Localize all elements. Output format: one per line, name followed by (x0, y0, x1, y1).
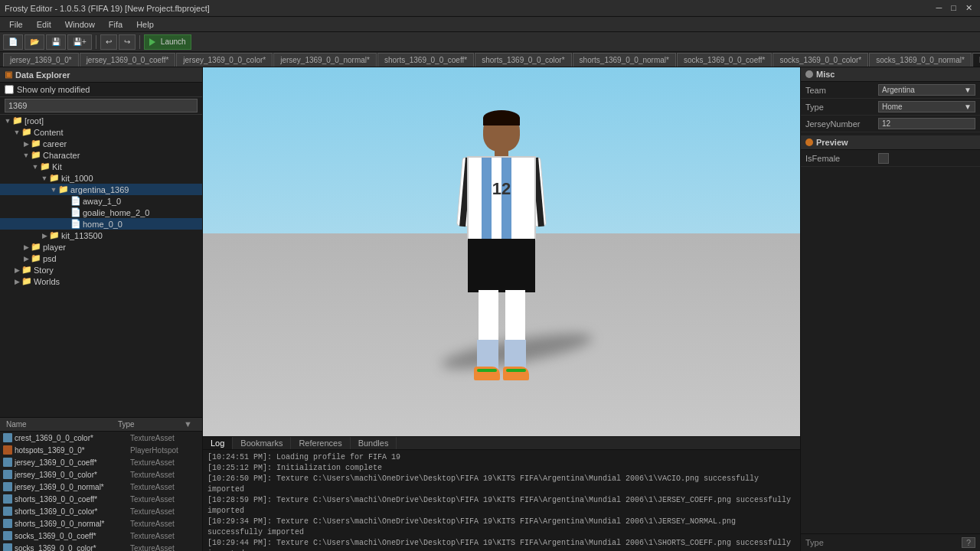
folder-icon-argentina1369: 📁 (58, 184, 69, 194)
player-shorts (468, 239, 535, 292)
tree-item-kit113500[interactable]: ▶ 📁 kit_113500 (0, 230, 202, 241)
explorer-options: Show only modified (0, 83, 202, 97)
menu-window[interactable]: Window (59, 18, 101, 31)
show-modified-checkbox[interactable] (5, 85, 14, 94)
launch-button[interactable]: Launch (144, 34, 191, 50)
asset-row-socks-coeff[interactable]: socks_1369_0_0_coeff* TextureAsset (0, 530, 202, 542)
tree-arrow-psd[interactable]: ▶ (21, 255, 31, 262)
tab-shorts-color[interactable]: shorts_1369_0_0_color* (475, 53, 571, 67)
tree-item-story[interactable]: ▶ 📁 Story (0, 264, 202, 276)
maximize-btn[interactable]: □ (948, 3, 959, 13)
tree-arrow-kit113500[interactable]: ▶ (40, 232, 49, 240)
tree-item-home00[interactable]: ▶ 📄 home_0_0 (0, 218, 202, 230)
tree-item-worlds[interactable]: ▶ 📁 Worlds (0, 276, 202, 287)
help-button[interactable]: ? (962, 537, 975, 548)
asset-row-crest[interactable]: crest_1369_0_0_color* TextureAsset (0, 432, 202, 444)
type-dropdown[interactable]: Home ▼ (878, 101, 975, 112)
type-section: Type ? (801, 533, 980, 551)
tree-label-content: Content (34, 128, 64, 137)
asset-row-shorts-coeff[interactable]: shorts_1369_0_0_coeff* TextureAsset (0, 493, 202, 505)
tree-arrow-character[interactable]: ▼ (21, 152, 31, 159)
tree-arrow-argentina1369[interactable]: ▼ (49, 186, 58, 194)
viewport[interactable]: 12 (203, 67, 800, 436)
tree-item-psd[interactable]: ▶ 📁 psd (0, 253, 202, 264)
tree-arrow-root[interactable]: ▼ (3, 117, 12, 125)
menu-help[interactable]: Help (130, 18, 160, 31)
tree-label-kit113500: kit_113500 (61, 231, 103, 240)
new-button[interactable]: 📄 (3, 34, 23, 50)
tree-item-content[interactable]: ▼ 📁 Content (0, 126, 202, 138)
asset-row-jersey-normal[interactable]: jersey_1369_0_0_normal* TextureAsset (0, 481, 202, 493)
launch-label: Launch (161, 37, 186, 46)
tab-jersey-color[interactable]: jersey_1369_0_0_color* (176, 53, 273, 67)
tree-item-player[interactable]: ▶ 📁 player (0, 241, 202, 253)
asset-row-hotspots[interactable]: hotspots_1369_0_0* PlayerHotspot (0, 444, 202, 456)
tab-jersey-normal[interactable]: jersey_1369_0_0_normal* (273, 53, 377, 67)
tree-arrow-content[interactable]: ▼ (12, 129, 21, 136)
tab-shorts-coeff[interactable]: shorts_1369_0_0_coeff* (377, 53, 474, 67)
asset-row-jersey-coeff[interactable]: jersey_1369_0_0_coeff* TextureAsset (0, 456, 202, 468)
asset-type-crest: TextureAsset (130, 434, 199, 442)
menu-file[interactable]: File (3, 18, 29, 31)
tree-label-kit: Kit (52, 162, 62, 171)
tab-kit-previewer[interactable]: Kit Previewer (972, 53, 980, 67)
tree-label-story: Story (34, 266, 54, 275)
open-button[interactable]: 📂 (24, 34, 44, 50)
tab-jersey-coeff2[interactable]: jersey_1369_0_0_coeff* (80, 53, 176, 67)
tree-item-away10[interactable]: ▶ 📄 away_1_0 (0, 195, 202, 207)
minimize-btn[interactable]: ─ (933, 3, 946, 13)
close-btn[interactable]: ✕ (962, 3, 975, 13)
search-input[interactable] (5, 99, 198, 112)
tab-socks-normal[interactable]: socks_1369_0_0_normal* (869, 53, 972, 67)
folder-icon-player: 📁 (31, 242, 41, 252)
asset-row-socks-color[interactable]: socks_1369_0_0_color* TextureAsset (0, 542, 202, 551)
log-tabs: Log Bookmarks References Bundles (203, 437, 800, 450)
asset-row-shorts-normal[interactable]: shorts_1369_0_0_normal* TextureAsset (0, 517, 202, 530)
tree-arrow-worlds[interactable]: ▶ (12, 278, 21, 285)
tab-socks-color[interactable]: socks_1369_0_0_color* (773, 53, 868, 67)
tree-item-goalie-home[interactable]: ▶ 📄 goalie_home_2_0 (0, 207, 202, 218)
redo-button[interactable]: ↪ (119, 34, 136, 50)
save-button[interactable]: 💾 (46, 34, 66, 50)
texture-icon-9 (3, 543, 12, 551)
toolbar-separator-2 (139, 35, 140, 49)
folder-icon-character: 📁 (31, 150, 41, 160)
tab-socks-coeff[interactable]: socks_1369_0_0_coeff* (677, 53, 773, 67)
tree-item-argentina1369[interactable]: ▼ 📁 argentina_1369 (0, 184, 202, 195)
tree-item-character[interactable]: ▼ 📁 Character (0, 149, 202, 161)
jersey-number-input[interactable] (878, 118, 975, 129)
tab-shorts-normal[interactable]: shorts_1369_0_0_normal* (573, 53, 676, 67)
tree-label-root: [root] (24, 116, 44, 126)
tree-item-career[interactable]: ▶ 📁 career (0, 138, 202, 149)
team-value-text: Argentina (882, 86, 915, 94)
menu-edit[interactable]: Edit (31, 18, 57, 31)
folder-icon-psd: 📁 (31, 253, 41, 263)
asset-row-shorts-color[interactable]: shorts_1369_0_0_color* TextureAsset (0, 505, 202, 517)
asset-type-socks-coeff: TextureAsset (130, 532, 199, 540)
log-tab-bundles[interactable]: Bundles (351, 437, 397, 449)
menu-fifa[interactable]: Fifa (103, 18, 129, 31)
viewport-canvas[interactable]: 12 (203, 67, 800, 436)
tree-label-character: Character (43, 151, 80, 160)
file-icon-home: 📄 (70, 219, 81, 229)
asset-type-hotspots: PlayerHotspot (130, 446, 199, 455)
save-all-button[interactable]: 💾+ (67, 34, 92, 50)
sort-arrow[interactable]: ▼ (184, 419, 199, 429)
tree-item-kit1000[interactable]: ▼ 📁 kit_1000 (0, 172, 202, 184)
tree-arrow-kit1000[interactable]: ▼ (40, 174, 49, 182)
tree-arrow-career[interactable]: ▶ (21, 140, 31, 148)
tree-item-kit[interactable]: ▼ 📁 Kit (0, 161, 202, 172)
tree-arrow-kit[interactable]: ▼ (31, 163, 40, 171)
team-dropdown[interactable]: Argentina ▼ (878, 84, 975, 96)
tree-arrow-story[interactable]: ▶ (12, 266, 21, 274)
tree-item-root[interactable]: ▼ 📁 [root] (0, 115, 202, 126)
asset-row-jersey-color[interactable]: jersey_1369_0_0_color* TextureAsset (0, 468, 202, 481)
log-tab-log[interactable]: Log (203, 437, 233, 449)
tab-bar: jersey_1369_0_0* jersey_1369_0_0_coeff* … (0, 52, 980, 67)
log-tab-bookmarks[interactable]: Bookmarks (233, 437, 291, 449)
tab-jersey-coeff[interactable]: jersey_1369_0_0* (3, 53, 79, 67)
log-tab-references[interactable]: References (291, 437, 350, 449)
isfemale-checkbox[interactable] (878, 153, 889, 164)
tree-arrow-player[interactable]: ▶ (21, 243, 31, 251)
undo-button[interactable]: ↩ (100, 34, 117, 50)
